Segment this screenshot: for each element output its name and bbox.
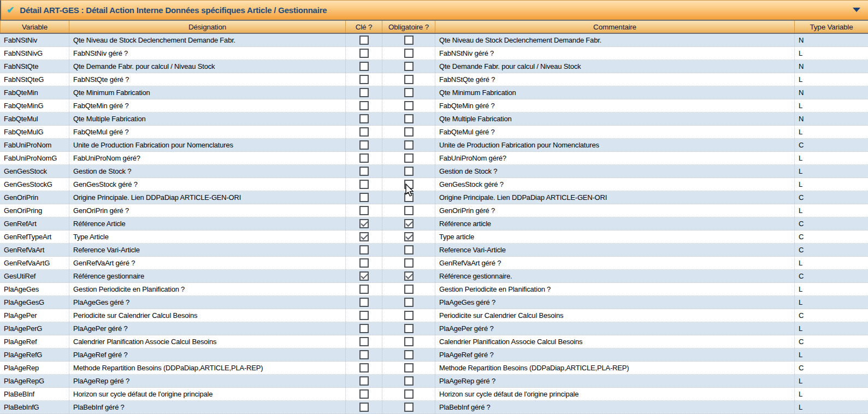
- cell-obligatoire: [382, 244, 435, 256]
- chevron-down-icon[interactable]: [853, 8, 860, 12]
- obligatoire-checkbox[interactable]: [404, 232, 414, 241]
- column-header-cle[interactable]: Clé ?: [346, 21, 382, 33]
- cle-checkbox[interactable]: [359, 36, 369, 45]
- cle-checkbox[interactable]: [359, 153, 369, 163]
- obligatoire-checkbox[interactable]: [404, 376, 414, 386]
- table-row[interactable]: FabUniProNomGFabUniProNom géré?FabUniPro…: [0, 152, 868, 165]
- obligatoire-checkbox[interactable]: [404, 62, 414, 71]
- cle-checkbox[interactable]: [359, 88, 369, 97]
- cle-checkbox[interactable]: [359, 245, 369, 255]
- cle-checkbox[interactable]: [359, 350, 369, 359]
- obligatoire-checkbox[interactable]: [404, 114, 414, 123]
- cle-checkbox[interactable]: [359, 311, 369, 320]
- column-header-variable[interactable]: Variable: [0, 21, 69, 33]
- cle-checkbox[interactable]: [359, 219, 369, 228]
- column-header-obligatoire[interactable]: Obligatoire ?: [382, 21, 435, 33]
- obligatoire-checkbox[interactable]: [404, 271, 414, 281]
- table-row[interactable]: GenOriPringGenOriPrin géré ?GenOriPrin g…: [0, 204, 868, 217]
- column-header-type-variable[interactable]: Type Variable: [795, 21, 868, 33]
- table-row[interactable]: FabUniProNomUnite de Production Fabricat…: [0, 139, 868, 152]
- obligatoire-checkbox[interactable]: [404, 258, 414, 268]
- table-row[interactable]: GenRefVaArtGGenRefVaArt géré ?GenRefVaAr…: [0, 257, 868, 270]
- obligatoire-checkbox[interactable]: [404, 193, 414, 202]
- table-row[interactable]: PlaAgeGesGPlaAgeGes géré ?PlaAgeGes géré…: [0, 296, 868, 309]
- obligatoire-checkbox[interactable]: [404, 36, 414, 45]
- obligatoire-checkbox[interactable]: [404, 350, 414, 359]
- table-row[interactable]: FabQteMinQte Minimum FabricationQte Mini…: [0, 86, 868, 99]
- cle-checkbox[interactable]: [359, 167, 369, 176]
- obligatoire-checkbox[interactable]: [404, 245, 414, 255]
- table-row[interactable]: FabNStNivGFabNStNiv géré ?FabNStNiv géré…: [0, 47, 868, 60]
- obligatoire-checkbox[interactable]: [404, 206, 414, 215]
- table-row[interactable]: GesUtiRefRéférence gestionnaireRéférence…: [0, 270, 868, 283]
- cell-designation: Qte Minimum Fabrication: [69, 86, 346, 99]
- table-row[interactable]: GenGesStockGGenGesStock géré ?GenGesStoc…: [0, 178, 868, 191]
- obligatoire-checkbox[interactable]: [404, 324, 414, 333]
- cle-checkbox[interactable]: [359, 389, 369, 399]
- cle-checkbox[interactable]: [359, 101, 369, 110]
- obligatoire-checkbox[interactable]: [404, 140, 414, 150]
- table-row[interactable]: PlaAgeRefGPlaAgeRef géré ?PlaAgeRef géré…: [0, 348, 868, 362]
- obligatoire-checkbox[interactable]: [404, 363, 414, 372]
- table-row[interactable]: PlaAgeRepGPlaAgeRep géré ?PlaAgeRep géré…: [0, 375, 868, 388]
- table-row[interactable]: GenRefArtRéférence ArticleRéférence arti…: [0, 217, 868, 230]
- cle-checkbox[interactable]: [359, 403, 369, 412]
- cle-checkbox[interactable]: [359, 258, 369, 268]
- table-row[interactable]: PlaBebInfGPlaBebInf géré ?PlaBebInf géré…: [0, 401, 868, 414]
- table-row[interactable]: GenRefTypeArtType ArticleType articleC: [0, 230, 868, 244]
- table-row[interactable]: FabNStNivQte Niveau de Stock Declencheme…: [0, 34, 868, 47]
- cell-designation: Qte Demande Fabr. pour calcul / Niveau S…: [69, 60, 346, 73]
- table-row[interactable]: FabQteMulQte Multiple FabricationQte Mul…: [0, 113, 868, 126]
- cell-type-variable: N: [795, 113, 868, 125]
- cle-checkbox[interactable]: [359, 206, 369, 215]
- obligatoire-checkbox[interactable]: [404, 101, 414, 110]
- cle-checkbox[interactable]: [359, 140, 369, 150]
- table-row[interactable]: PlaAgeRepMethode Repartition Besoins (DD…: [0, 362, 868, 375]
- table-row[interactable]: PlaAgeGesGestion Periodicite en Planific…: [0, 283, 868, 296]
- table-row[interactable]: PlaAgeRefCalendrier Planification Associ…: [0, 335, 868, 348]
- cle-checkbox[interactable]: [359, 180, 369, 189]
- cle-checkbox[interactable]: [359, 298, 369, 307]
- table-row[interactable]: PlaBeBInfHorizon sur cycle défaut de l'o…: [0, 388, 868, 401]
- obligatoire-checkbox[interactable]: [404, 167, 414, 176]
- cle-checkbox[interactable]: [359, 62, 369, 71]
- table-row[interactable]: GenGesStockGestion de Stock ?Gestion de …: [0, 165, 868, 178]
- obligatoire-checkbox[interactable]: [404, 403, 414, 412]
- cell-variable: PlaAgeRepG: [0, 375, 69, 387]
- cle-checkbox[interactable]: [359, 363, 369, 372]
- table-row[interactable]: FabNStQteQte Demande Fabr. pour calcul /…: [0, 60, 868, 73]
- table-row[interactable]: PlaAgePerPeriodicite sur Calendrier Calc…: [0, 309, 868, 322]
- table-row[interactable]: FabNStQteGFabNStQte géré ?FabNStQte géré…: [0, 73, 868, 86]
- obligatoire-checkbox[interactable]: [404, 180, 414, 189]
- cle-checkbox[interactable]: [359, 376, 369, 386]
- cle-checkbox[interactable]: [359, 324, 369, 333]
- table-row[interactable]: FabQteMinGFabQteMin géré ?FabQteMin géré…: [0, 99, 868, 113]
- obligatoire-checkbox[interactable]: [404, 88, 414, 97]
- obligatoire-checkbox[interactable]: [404, 311, 414, 320]
- column-header-commentaire[interactable]: Commentaire: [435, 21, 795, 33]
- table-row[interactable]: PlaAgePerGPlaAgePer géré ?PlaAgePer géré…: [0, 322, 868, 335]
- table-row[interactable]: GenOriPrinOrigine Principale. Lien DDPaD…: [0, 191, 868, 204]
- cle-checkbox[interactable]: [359, 271, 369, 281]
- cle-checkbox[interactable]: [359, 285, 369, 294]
- cle-checkbox[interactable]: [359, 232, 369, 241]
- obligatoire-checkbox[interactable]: [404, 75, 414, 84]
- table-row[interactable]: FabQteMulGFabQteMul géré ?FabQteMul géré…: [0, 126, 868, 139]
- cle-checkbox[interactable]: [359, 127, 369, 137]
- obligatoire-checkbox[interactable]: [404, 153, 414, 163]
- cle-checkbox[interactable]: [359, 337, 369, 346]
- obligatoire-checkbox[interactable]: [404, 219, 414, 228]
- cle-checkbox[interactable]: [359, 193, 369, 202]
- obligatoire-checkbox[interactable]: [404, 49, 414, 58]
- column-header-designation[interactable]: Désignation: [69, 21, 346, 33]
- obligatoire-checkbox[interactable]: [404, 285, 414, 294]
- obligatoire-checkbox[interactable]: [404, 127, 414, 137]
- cle-checkbox[interactable]: [359, 49, 369, 58]
- obligatoire-checkbox[interactable]: [404, 337, 414, 346]
- window-titlebar[interactable]: ✔ Détail ART-GES : Détail Action Interne…: [0, 0, 868, 21]
- cle-checkbox[interactable]: [359, 75, 369, 84]
- obligatoire-checkbox[interactable]: [404, 298, 414, 307]
- obligatoire-checkbox[interactable]: [404, 389, 414, 399]
- cle-checkbox[interactable]: [359, 114, 369, 123]
- table-row[interactable]: GenRefVaArtReference Vari-ArticleReferen…: [0, 244, 868, 257]
